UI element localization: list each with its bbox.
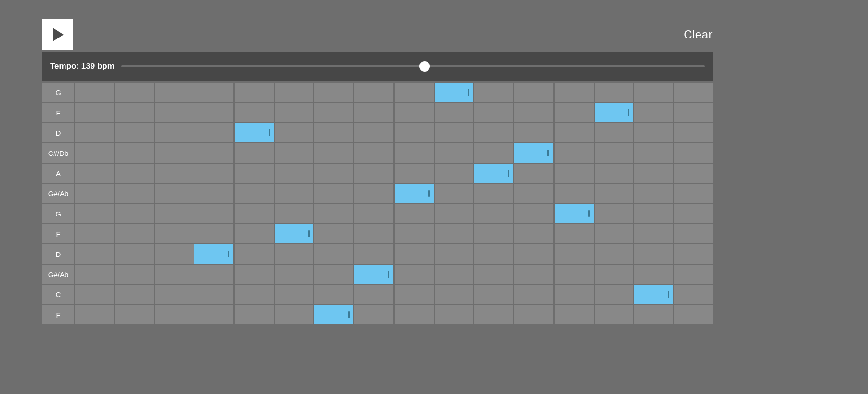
grid-cell[interactable] <box>115 204 154 223</box>
grid-cell[interactable] <box>595 244 634 264</box>
grid-cell[interactable] <box>115 184 154 203</box>
grid-cell[interactable] <box>354 164 393 183</box>
grid-cell[interactable] <box>555 305 594 324</box>
grid-cell[interactable] <box>155 305 194 324</box>
grid-cell[interactable] <box>275 184 314 203</box>
grid-cell[interactable] <box>634 123 673 142</box>
grid-cell[interactable] <box>595 224 634 243</box>
grid-cell[interactable] <box>555 143 594 163</box>
grid-cell[interactable] <box>115 224 154 243</box>
grid-cell[interactable] <box>555 103 594 122</box>
grid-cell[interactable] <box>674 224 713 243</box>
grid-cell[interactable] <box>474 143 513 163</box>
grid-cell[interactable] <box>115 123 154 142</box>
grid-cell[interactable] <box>275 204 314 223</box>
grid-cell[interactable] <box>314 83 353 102</box>
grid-cell[interactable] <box>115 143 154 163</box>
grid-cell[interactable] <box>634 265 673 284</box>
grid-cell[interactable] <box>314 123 353 142</box>
grid-cell[interactable] <box>235 265 274 284</box>
grid-cell[interactable] <box>314 265 353 284</box>
grid-cell[interactable] <box>555 164 594 183</box>
grid-cell[interactable] <box>474 224 513 243</box>
grid-cell[interactable] <box>474 265 513 284</box>
grid-cell[interactable] <box>634 103 673 122</box>
grid-cell[interactable] <box>155 204 194 223</box>
grid-cell[interactable] <box>555 285 594 304</box>
grid-cell[interactable] <box>474 123 513 142</box>
grid-cell[interactable] <box>395 103 434 122</box>
grid-cell[interactable] <box>435 143 474 163</box>
grid-cell[interactable] <box>595 184 634 203</box>
grid-cell[interactable] <box>634 164 673 183</box>
grid-cell[interactable] <box>194 164 233 183</box>
grid-cell[interactable] <box>474 285 513 304</box>
grid-cell[interactable] <box>474 83 513 102</box>
grid-cell[interactable] <box>435 103 474 122</box>
grid-cell[interactable] <box>75 143 114 163</box>
grid-cell[interactable] <box>435 224 474 243</box>
grid-cell[interactable] <box>595 83 634 102</box>
grid-cell[interactable] <box>474 164 513 183</box>
grid-cell[interactable] <box>595 285 634 304</box>
grid-cell[interactable] <box>194 143 233 163</box>
grid-cell[interactable] <box>354 83 393 102</box>
grid-cell[interactable] <box>674 184 713 203</box>
grid-cell[interactable] <box>634 285 673 304</box>
grid-cell[interactable] <box>115 164 154 183</box>
grid-cell[interactable] <box>354 265 393 284</box>
grid-cell[interactable] <box>395 83 434 102</box>
grid-cell[interactable] <box>275 123 314 142</box>
grid-cell[interactable] <box>395 305 434 324</box>
grid-cell[interactable] <box>115 83 154 102</box>
grid-cell[interactable] <box>395 204 434 223</box>
grid-cell[interactable] <box>314 143 353 163</box>
grid-cell[interactable] <box>275 143 314 163</box>
grid-cell[interactable] <box>634 204 673 223</box>
grid-cell[interactable] <box>634 143 673 163</box>
grid-cell[interactable] <box>555 123 594 142</box>
grid-cell[interactable] <box>235 224 274 243</box>
grid-cell[interactable] <box>674 123 713 142</box>
grid-cell[interactable] <box>314 244 353 264</box>
grid-cell[interactable] <box>435 164 474 183</box>
grid-cell[interactable] <box>275 224 314 243</box>
grid-cell[interactable] <box>674 83 713 102</box>
grid-cell[interactable] <box>235 103 274 122</box>
grid-cell[interactable] <box>514 123 553 142</box>
grid-cell[interactable] <box>115 265 154 284</box>
grid-cell[interactable] <box>354 204 393 223</box>
grid-cell[interactable] <box>275 305 314 324</box>
grid-cell[interactable] <box>674 164 713 183</box>
grid-cell[interactable] <box>235 143 274 163</box>
grid-cell[interactable] <box>474 184 513 203</box>
grid-cell[interactable] <box>674 285 713 304</box>
grid-cell[interactable] <box>674 305 713 324</box>
grid-cell[interactable] <box>314 204 353 223</box>
grid-cell[interactable] <box>354 143 393 163</box>
grid-cell[interactable] <box>395 244 434 264</box>
grid-cell[interactable] <box>674 103 713 122</box>
grid-cell[interactable] <box>155 265 194 284</box>
grid-cell[interactable] <box>275 164 314 183</box>
grid-cell[interactable] <box>194 123 233 142</box>
grid-cell[interactable] <box>354 184 393 203</box>
grid-cell[interactable] <box>514 83 553 102</box>
grid-cell[interactable] <box>115 285 154 304</box>
grid-cell[interactable] <box>474 244 513 264</box>
grid-cell[interactable] <box>115 244 154 264</box>
grid-cell[interactable] <box>395 265 434 284</box>
grid-cell[interactable] <box>155 244 194 264</box>
grid-cell[interactable] <box>275 244 314 264</box>
grid-cell[interactable] <box>75 123 114 142</box>
grid-cell[interactable] <box>674 143 713 163</box>
grid-cell[interactable] <box>555 184 594 203</box>
grid-cell[interactable] <box>595 204 634 223</box>
grid-cell[interactable] <box>235 285 274 304</box>
grid-cell[interactable] <box>474 103 513 122</box>
grid-cell[interactable] <box>555 83 594 102</box>
grid-cell[interactable] <box>275 265 314 284</box>
clear-button[interactable]: Clear <box>684 28 713 41</box>
grid-cell[interactable] <box>555 244 594 264</box>
grid-cell[interactable] <box>595 103 634 122</box>
